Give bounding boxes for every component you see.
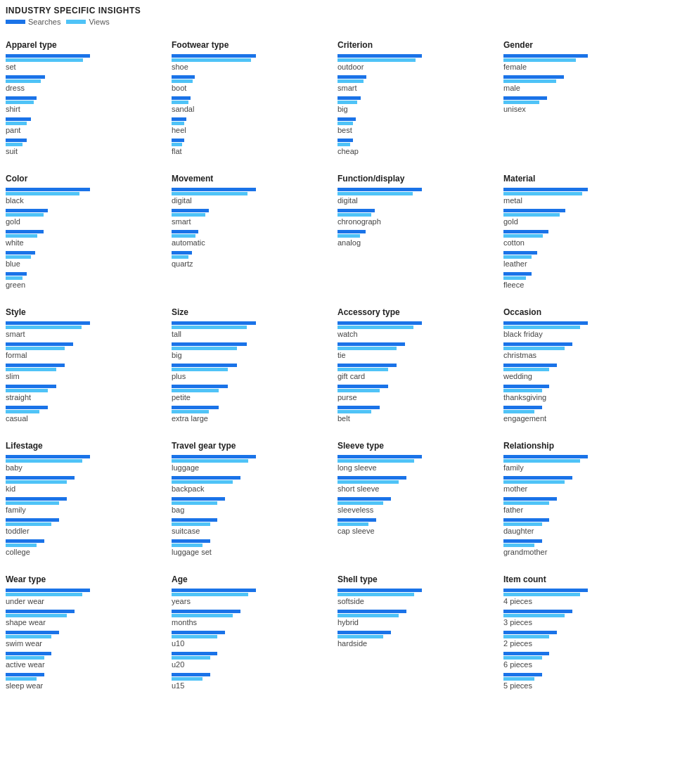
item-bars bbox=[503, 251, 661, 259]
list-item: months bbox=[172, 610, 329, 626]
views-bar bbox=[172, 122, 184, 125]
list-item: heel bbox=[172, 117, 329, 134]
searches-bar bbox=[6, 139, 27, 142]
item-label: digital bbox=[172, 196, 329, 205]
section-material: Materialmetalgoldcottonleatherfleece bbox=[503, 168, 669, 302]
list-item: short sleeve bbox=[338, 476, 495, 493]
item-bars bbox=[6, 342, 163, 350]
item-label: under wear bbox=[6, 597, 163, 605]
searches-bar bbox=[503, 54, 588, 58]
item-label: swim wear bbox=[6, 639, 163, 648]
searches-bar bbox=[503, 96, 547, 100]
searches-bar bbox=[503, 539, 542, 543]
item-bars bbox=[172, 251, 329, 259]
searches-bar bbox=[503, 497, 557, 501]
views-bar bbox=[503, 192, 582, 195]
list-item: backpack bbox=[172, 476, 329, 493]
list-item: digital bbox=[172, 188, 329, 205]
searches-bar bbox=[338, 188, 422, 191]
section-relationship: Relationshipfamilymotherfatherdaughtergr… bbox=[503, 435, 669, 569]
searches-bar bbox=[338, 54, 422, 58]
item-label: 4 pieces bbox=[503, 597, 661, 605]
views-bar bbox=[6, 656, 44, 660]
list-item: male bbox=[503, 75, 661, 92]
views-bar bbox=[6, 480, 67, 484]
item-label: flat bbox=[172, 147, 329, 155]
item-bars bbox=[6, 251, 163, 259]
views-bar bbox=[172, 635, 217, 638]
item-label: sleeveless bbox=[338, 506, 495, 514]
item-bars bbox=[503, 518, 661, 526]
searches-bar bbox=[338, 385, 388, 388]
list-item: tall bbox=[172, 321, 329, 338]
views-bar bbox=[172, 347, 237, 350]
list-item: purse bbox=[338, 385, 495, 401]
searches-bar bbox=[172, 518, 217, 522]
views-bar bbox=[172, 544, 202, 547]
views-bar bbox=[172, 234, 195, 238]
list-item: u10 bbox=[172, 631, 329, 648]
item-bars bbox=[6, 406, 163, 413]
list-item: cheap bbox=[338, 139, 495, 155]
list-item: black bbox=[6, 188, 163, 205]
searches-bar bbox=[338, 321, 422, 325]
item-bars bbox=[172, 455, 329, 463]
item-bars bbox=[6, 188, 163, 195]
section-title-movement: Movement bbox=[172, 174, 329, 184]
item-label: backpack bbox=[172, 484, 329, 493]
views-bar bbox=[172, 368, 228, 371]
searches-bar bbox=[503, 230, 548, 233]
item-bars bbox=[6, 272, 163, 280]
item-label: engagement bbox=[503, 414, 661, 423]
searches-bar bbox=[6, 342, 73, 346]
item-bars bbox=[172, 476, 329, 484]
item-label: daughter bbox=[503, 527, 661, 535]
legend-searches-label: Searches bbox=[28, 18, 60, 26]
item-label: big bbox=[172, 351, 329, 359]
list-item: chronograph bbox=[338, 209, 495, 226]
item-bars bbox=[503, 652, 661, 660]
section-apparel-type: Apparel typesetdressshirtpantsuit bbox=[6, 34, 172, 168]
item-bars bbox=[503, 96, 661, 104]
list-item: formal bbox=[6, 342, 163, 359]
searches-bar bbox=[503, 673, 542, 676]
item-label: hardside bbox=[338, 639, 495, 648]
item-bars bbox=[6, 364, 163, 371]
section-color: Colorblackgoldwhitebluegreen bbox=[6, 168, 172, 302]
item-label: suitcase bbox=[172, 527, 329, 535]
item-label: leather bbox=[503, 259, 661, 268]
views-bar bbox=[6, 635, 51, 638]
searches-bar bbox=[6, 321, 90, 325]
item-bars bbox=[6, 589, 163, 596]
item-bars bbox=[338, 631, 495, 638]
list-item: smart bbox=[338, 75, 495, 92]
item-bars bbox=[6, 75, 163, 83]
searches-bar bbox=[6, 75, 45, 79]
searches-bar bbox=[503, 455, 588, 458]
list-item: big bbox=[172, 342, 329, 359]
views-bar bbox=[338, 192, 413, 195]
item-label: big bbox=[338, 105, 495, 113]
item-label: u10 bbox=[172, 639, 329, 648]
item-bars bbox=[172, 589, 329, 596]
item-label: shirt bbox=[6, 105, 163, 113]
views-bar bbox=[338, 389, 380, 392]
list-item: cotton bbox=[503, 230, 661, 247]
searches-bar bbox=[503, 75, 564, 79]
section-title-footwear-type: Footwear type bbox=[172, 40, 329, 50]
item-label: dress bbox=[6, 84, 163, 92]
item-label: digital bbox=[338, 196, 495, 205]
views-bar bbox=[172, 143, 182, 146]
searches-bar bbox=[6, 610, 75, 613]
views-bar bbox=[6, 389, 48, 392]
searches-bar bbox=[503, 610, 572, 613]
item-label: unisex bbox=[503, 105, 661, 113]
searches-bar bbox=[338, 476, 406, 480]
item-bars bbox=[503, 406, 661, 413]
searches-bar bbox=[338, 518, 376, 522]
searches-bar bbox=[6, 589, 90, 592]
item-bars bbox=[172, 321, 329, 329]
searches-bar bbox=[338, 117, 356, 121]
item-bars bbox=[6, 96, 163, 104]
views-bar bbox=[6, 213, 44, 217]
